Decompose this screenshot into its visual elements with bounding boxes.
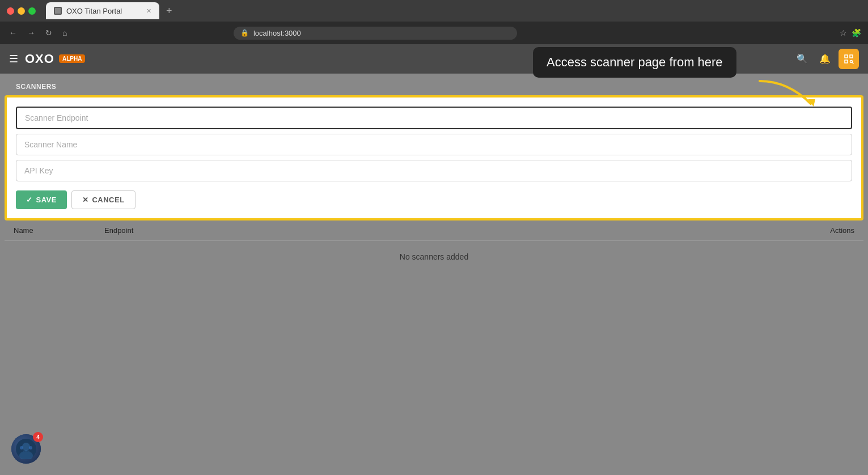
tab-favicon bbox=[54, 7, 62, 15]
svg-point-11 bbox=[29, 446, 32, 449]
tab-close-btn[interactable]: ✕ bbox=[146, 7, 151, 15]
refresh-btn[interactable]: ↻ bbox=[43, 27, 54, 39]
svg-rect-4 bbox=[845, 60, 848, 63]
user-avatar-container[interactable]: 4 bbox=[11, 434, 41, 464]
app-logo: OXO bbox=[25, 52, 54, 66]
app-header: ☰ OXO Alpha 🔍 🔔 bbox=[0, 44, 868, 74]
forward-btn[interactable]: → bbox=[25, 27, 37, 39]
tab-title: OXO Titan Portal bbox=[66, 7, 122, 15]
star-btn[interactable]: ☆ bbox=[840, 28, 847, 37]
secure-icon: 🔒 bbox=[240, 29, 249, 37]
hamburger-menu-btn[interactable]: ☰ bbox=[9, 53, 18, 65]
scanner-endpoint-input[interactable] bbox=[16, 107, 852, 129]
save-button[interactable]: ✓ SAVE bbox=[16, 190, 67, 209]
svg-rect-3 bbox=[850, 55, 853, 58]
page-content: SCANNERS ✓ SAVE ✕ CANCEL Name Endp bbox=[0, 74, 868, 475]
svg-point-10 bbox=[20, 446, 23, 449]
table-empty-message: No scanners added bbox=[5, 241, 863, 273]
new-tab-btn[interactable]: + bbox=[163, 5, 176, 17]
alpha-badge: Alpha bbox=[59, 54, 85, 63]
minimize-window-btn[interactable] bbox=[18, 7, 25, 15]
scanner-name-input[interactable] bbox=[16, 134, 852, 155]
scanner-form: ✓ SAVE ✕ CANCEL bbox=[5, 95, 863, 220]
col-header-actions: Actions bbox=[830, 226, 854, 235]
svg-line-6 bbox=[852, 62, 853, 63]
home-btn[interactable]: ⌂ bbox=[60, 27, 69, 39]
tab-scanners[interactable]: SCANNERS bbox=[5, 78, 67, 95]
address-url: localhost:3000 bbox=[253, 29, 301, 37]
scanners-table: Name Endpoint Actions No scanners added bbox=[5, 220, 863, 273]
header-actions: 🔍 🔔 bbox=[793, 49, 859, 69]
notification-badge: 4 bbox=[33, 432, 43, 442]
maximize-window-btn[interactable] bbox=[28, 7, 36, 15]
app-wrapper: Access scanner page from here ☰ OXO Alph… bbox=[0, 44, 868, 475]
scanner-page-btn[interactable] bbox=[839, 49, 859, 69]
cancel-x-icon: ✕ bbox=[82, 196, 89, 204]
form-buttons: ✓ SAVE ✕ CANCEL bbox=[16, 190, 852, 209]
save-checkmark-icon: ✓ bbox=[26, 196, 33, 204]
svg-point-8 bbox=[22, 443, 30, 451]
notifications-icon[interactable]: 🔔 bbox=[816, 50, 834, 67]
browser-chrome: OXO Titan Portal ✕ + ← → ↻ ⌂ 🔒 localhost… bbox=[0, 0, 868, 44]
svg-rect-0 bbox=[55, 8, 61, 14]
extensions-btn[interactable]: 🧩 bbox=[852, 28, 861, 37]
table-header: Name Endpoint Actions bbox=[5, 220, 863, 241]
user-avatar[interactable]: 4 bbox=[11, 434, 41, 464]
col-header-endpoint: Endpoint bbox=[104, 226, 830, 235]
cancel-label: CANCEL bbox=[92, 196, 124, 204]
svg-rect-2 bbox=[845, 55, 848, 58]
browser-tab-active[interactable]: OXO Titan Portal ✕ bbox=[46, 2, 159, 19]
col-header-name: Name bbox=[14, 226, 104, 235]
address-bar[interactable]: 🔒 localhost:3000 bbox=[234, 27, 517, 40]
close-window-btn[interactable] bbox=[7, 7, 14, 15]
browser-addressbar: ← → ↻ ⌂ 🔒 localhost:3000 ☆ 🧩 bbox=[0, 22, 868, 44]
browser-actions: ☆ 🧩 bbox=[840, 28, 861, 37]
save-label: SAVE bbox=[36, 196, 57, 204]
cancel-button[interactable]: ✕ CANCEL bbox=[71, 190, 136, 209]
page-tabs: SCANNERS bbox=[0, 74, 868, 95]
search-icon[interactable]: 🔍 bbox=[793, 50, 811, 67]
tab-bar: OXO Titan Portal ✕ + bbox=[46, 2, 861, 19]
traffic-lights bbox=[7, 7, 36, 15]
browser-titlebar: OXO Titan Portal ✕ + bbox=[0, 0, 868, 22]
back-btn[interactable]: ← bbox=[7, 27, 19, 39]
api-key-input[interactable] bbox=[16, 160, 852, 181]
